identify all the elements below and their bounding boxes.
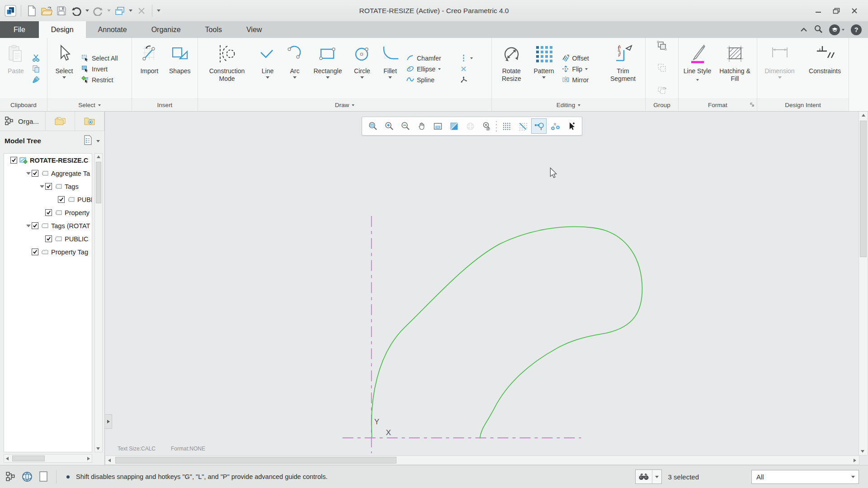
filter-caret[interactable] <box>848 470 859 483</box>
learning-connect-caret[interactable] <box>842 29 844 31</box>
expand-triangle[interactable] <box>38 185 45 188</box>
tree-item[interactable]: Aggregate Ta <box>4 167 92 180</box>
display-style-button[interactable] <box>446 118 462 134</box>
save-button[interactable] <box>56 5 67 17</box>
checkbox[interactable] <box>32 170 38 177</box>
panel-flyout-button[interactable] <box>105 414 112 429</box>
tab-favorites[interactable] <box>75 112 104 131</box>
construction-mode-button[interactable]: Construction Mode <box>200 39 254 99</box>
chamfer-button[interactable]: Chamfer <box>405 53 456 63</box>
format-painter-button[interactable] <box>31 75 41 84</box>
window-switch-button[interactable] <box>114 5 126 17</box>
line-caret[interactable] <box>266 76 269 79</box>
paste-button[interactable]: Paste <box>2 39 29 99</box>
close-button[interactable] <box>845 5 863 17</box>
find-tool[interactable] <box>635 469 662 484</box>
tree-item[interactable]: Tags <box>4 180 92 193</box>
tree-item[interactable]: Property <box>4 206 92 219</box>
app-logo-icon[interactable] <box>5 5 16 17</box>
select-caret[interactable] <box>62 76 66 79</box>
cut-button[interactable] <box>31 53 41 63</box>
dimension-caret[interactable] <box>778 76 782 79</box>
checkbox[interactable] <box>45 235 52 242</box>
restrict-selection-button[interactable]: Restrict <box>80 75 119 84</box>
ungroup-button[interactable] <box>657 63 667 75</box>
open-file-button[interactable] <box>41 5 52 17</box>
group-label-editing[interactable]: Editing <box>492 99 645 111</box>
tab-file[interactable]: File <box>0 21 39 38</box>
pattern-caret[interactable] <box>542 76 546 79</box>
undo-button[interactable] <box>71 5 82 17</box>
select-button[interactable]: Select <box>50 39 79 99</box>
refit-button[interactable] <box>430 118 445 134</box>
circle-caret[interactable] <box>360 76 364 79</box>
centerline-caret[interactable] <box>470 57 473 59</box>
tab-tools[interactable]: Tools <box>193 21 234 38</box>
panel-vertical-scrollbar[interactable] <box>94 153 103 452</box>
pattern-button[interactable]: Pattern <box>529 39 559 99</box>
offset-button[interactable]: Offset <box>561 53 602 63</box>
line-style-button[interactable]: Line Style <box>681 39 714 99</box>
tree-item[interactable]: Property Tag <box>4 245 92 258</box>
tree-settings-button[interactable] <box>83 135 93 147</box>
ellipse-caret[interactable] <box>438 68 441 70</box>
sketch-spline-curve[interactable] <box>372 227 642 439</box>
sketch-canvas[interactable]: Y X <box>105 112 868 465</box>
tab-view[interactable]: View <box>234 21 274 38</box>
selection-filter-select[interactable]: All <box>751 470 859 484</box>
zoom-selected-button[interactable] <box>479 118 494 134</box>
tab-design[interactable]: Design <box>39 21 86 38</box>
dimension-button[interactable]: Dimension <box>760 39 800 99</box>
guide-display-button[interactable] <box>547 118 563 134</box>
undo-history-caret[interactable] <box>85 9 89 12</box>
mirror-button[interactable]: Mirror <box>561 75 602 84</box>
drawing-area[interactable]: Y X <box>105 112 859 455</box>
centerline-button[interactable] <box>458 53 483 63</box>
restore-button[interactable] <box>827 5 845 17</box>
select-all-button[interactable]: Select All <box>80 53 119 63</box>
zoom-region-button[interactable] <box>365 118 380 134</box>
flip-button[interactable]: Flip <box>561 64 602 74</box>
zoom-out-button[interactable] <box>397 118 413 134</box>
pan-button[interactable] <box>414 118 429 134</box>
rectangle-caret[interactable] <box>326 76 330 79</box>
group-label-draw[interactable]: Draw <box>198 99 491 111</box>
redo-history-caret[interactable] <box>107 9 111 12</box>
checkbox[interactable] <box>10 157 17 164</box>
tab-annotate[interactable]: Annotate <box>86 21 139 38</box>
checkbox[interactable] <box>45 209 52 216</box>
copy-button[interactable] <box>31 64 41 74</box>
constraints-button[interactable]: Constraints <box>803 39 846 99</box>
format-dialog-launcher[interactable] <box>750 102 755 108</box>
find-caret[interactable] <box>652 470 661 483</box>
rectangle-button[interactable]: Rectangle <box>308 39 348 99</box>
grid-display-button[interactable] <box>499 118 514 134</box>
find-binoculars-icon[interactable] <box>636 470 652 483</box>
line-style-caret[interactable] <box>696 79 699 81</box>
help-button[interactable]: ? <box>851 24 862 35</box>
import-button[interactable]: Import <box>134 39 165 99</box>
shapes-button[interactable]: Shapes <box>165 39 195 99</box>
spline-button[interactable]: Spline <box>405 75 456 84</box>
customize-toolbar-caret[interactable] <box>157 9 160 12</box>
tree-item-root[interactable]: ROTATE-RESIZE.C <box>4 154 92 167</box>
full-screen-toggle-button[interactable] <box>37 470 50 483</box>
web-browser-toggle-button[interactable] <box>21 470 33 483</box>
zoom-in-button[interactable] <box>381 118 396 134</box>
tree-item[interactable]: PUBL <box>4 193 92 206</box>
new-file-button[interactable] <box>26 5 38 17</box>
window-switch-caret[interactable] <box>129 9 132 12</box>
circle-button[interactable]: Circle <box>348 39 377 99</box>
tab-folder-browser[interactable] <box>46 112 75 131</box>
checkbox[interactable] <box>32 222 38 229</box>
expand-triangle[interactable] <box>25 172 32 175</box>
group-label-select[interactable]: Select <box>47 99 132 111</box>
fillet-button[interactable]: Fillet <box>377 39 404 99</box>
fillet-caret[interactable] <box>388 76 392 79</box>
canvas-vertical-scrollbar[interactable] <box>859 112 868 455</box>
arc-caret[interactable] <box>293 76 297 79</box>
trim-segment-button[interactable]: Trim Segment <box>603 39 643 99</box>
invert-selection-button[interactable]: Invert <box>80 64 119 74</box>
learning-connect-icon[interactable] <box>829 24 840 35</box>
close-window-button[interactable] <box>136 5 147 17</box>
